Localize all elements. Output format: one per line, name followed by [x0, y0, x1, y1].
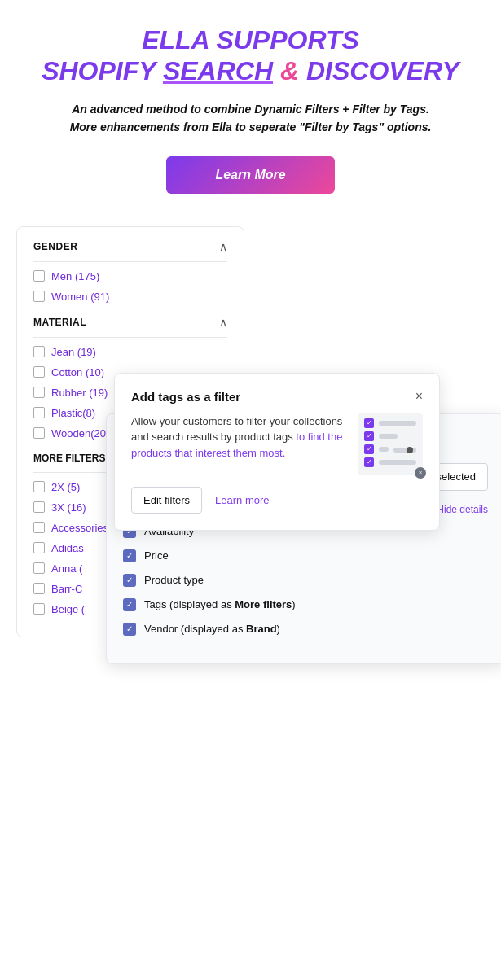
- popup-description: Allow your customers to filter your coll…: [131, 413, 345, 462]
- rubber-checkbox[interactable]: [33, 387, 45, 398]
- mock-line-4: [379, 460, 416, 465]
- list-item[interactable]: Price: [123, 549, 488, 562]
- barr-label: Barr-C: [51, 583, 82, 595]
- jean-label: Jean (19): [51, 346, 96, 358]
- subtitle-line1: An advanced method to combine Dynamic Fi…: [33, 100, 468, 118]
- cotton-checkbox[interactable]: [33, 366, 45, 378]
- 3x-label: 3X (16): [51, 501, 86, 514]
- subtitle-line2: More enhancements from Ella to seperate …: [33, 118, 468, 136]
- title-discovery: DISCOVERY: [299, 56, 459, 85]
- header-title: ELLA SUPPORTS SHOPIFY SEARCH & DISCOVERY: [33, 24, 468, 87]
- product-type-label: Product type: [144, 574, 204, 586]
- learn-more-link[interactable]: Learn more: [215, 494, 269, 506]
- 2x-checkbox[interactable]: [33, 481, 45, 492]
- mock-slider-dot: [407, 447, 413, 453]
- men-label: Men (175): [51, 270, 99, 282]
- list-item[interactable]: Jean (19): [33, 346, 227, 358]
- men-checkbox[interactable]: [33, 270, 45, 282]
- product-type-checkbox[interactable]: [123, 574, 136, 587]
- anna-checkbox[interactable]: [33, 562, 45, 574]
- popup-header: Add tags as a filter ×: [131, 390, 423, 404]
- mock-line-3: [379, 447, 389, 452]
- popup-body: Allow your customers to filter your coll…: [131, 413, 423, 475]
- wooden-checkbox[interactable]: [33, 427, 45, 439]
- header-subtitle: An advanced method to combine Dynamic Fi…: [33, 100, 468, 137]
- list-item[interactable]: Men (175): [33, 270, 227, 282]
- price-label: Price: [144, 549, 169, 562]
- list-item[interactable]: Vendor (displayed as Brand): [123, 623, 488, 636]
- cotton-label: Cotton (10): [51, 366, 104, 378]
- barr-checkbox[interactable]: [33, 583, 45, 594]
- popup-highlight-text: to find the products that interest them …: [131, 431, 342, 459]
- list-item[interactable]: Product type: [123, 574, 488, 587]
- vendor-label: Vendor (displayed as Brand): [144, 623, 280, 635]
- mock-line-2: [379, 434, 398, 439]
- women-checkbox[interactable]: [33, 291, 45, 302]
- material-section-header: MATERIAL ∧: [33, 316, 227, 338]
- adidas-checkbox[interactable]: [33, 542, 45, 553]
- title-search: SEARCH: [163, 56, 273, 85]
- adidas-label: Adidas: [51, 542, 84, 554]
- gender-chevron-icon[interactable]: ∧: [219, 240, 227, 253]
- list-item[interactable]: Women (91): [33, 291, 227, 303]
- women-label: Women (91): [51, 291, 109, 303]
- popup-title: Add tags as a filter: [131, 390, 240, 404]
- plastic-checkbox[interactable]: [33, 407, 45, 418]
- popup-image: ×: [358, 413, 423, 475]
- rubber-label: Rubber (19): [51, 387, 108, 399]
- material-chevron-icon[interactable]: ∧: [219, 316, 227, 329]
- mock-slider: [393, 448, 416, 453]
- header-section: ELLA SUPPORTS SHOPIFY SEARCH & DISCOVERY…: [0, 0, 501, 210]
- popup-actions: Edit filters Learn more: [131, 487, 423, 514]
- mock-check-3: [364, 444, 374, 454]
- 3x-checkbox[interactable]: [33, 501, 45, 513]
- popup-close-button[interactable]: ×: [415, 390, 423, 403]
- sidebar-container: GENDER ∧ Men (175) Women (91) MATERIAL ∧…: [16, 226, 485, 637]
- accessories-checkbox[interactable]: [33, 522, 45, 533]
- title-ella: ELLA SUPPORTS: [142, 25, 359, 55]
- wooden-label: Wooden(20): [51, 427, 109, 440]
- jean-checkbox[interactable]: [33, 346, 45, 357]
- accessories-label: Accessories: [51, 522, 108, 534]
- mock-check-2: [364, 431, 374, 441]
- hide-details-text: Hide details: [437, 504, 488, 515]
- beige-checkbox[interactable]: [33, 603, 45, 615]
- price-checkbox[interactable]: [123, 549, 136, 562]
- mock-check-4: [364, 457, 374, 467]
- anna-label: Anna (: [51, 562, 82, 575]
- 2x-label: 2X (5): [51, 481, 80, 493]
- tags-label: Tags (displayed as More filters): [144, 598, 296, 610]
- list-item[interactable]: Tags (displayed as More filters): [123, 598, 488, 611]
- plastic-label: Plastic(8): [51, 407, 95, 419]
- title-shopify: SHOPIFY: [42, 56, 163, 85]
- add-tags-popup: Add tags as a filter × Allow your custom…: [114, 373, 440, 531]
- tags-checkbox[interactable]: [123, 598, 136, 611]
- mock-check-1: [364, 418, 374, 428]
- gender-title: GENDER: [33, 241, 77, 252]
- edit-filters-button[interactable]: Edit filters: [131, 487, 202, 514]
- gender-section-header: GENDER ∧: [33, 240, 227, 262]
- vendor-checkbox[interactable]: [123, 623, 136, 636]
- beige-label: Beige (: [51, 603, 85, 615]
- gender-section: GENDER ∧ Men (175) Women (91): [33, 240, 227, 303]
- material-title: MATERIAL: [33, 317, 86, 328]
- mock-close-icon: ×: [415, 467, 426, 479]
- title-ampersand: &: [280, 56, 299, 85]
- learn-more-button[interactable]: Learn More: [166, 156, 334, 194]
- mock-line-1: [379, 421, 416, 426]
- title-amp: [273, 56, 280, 85]
